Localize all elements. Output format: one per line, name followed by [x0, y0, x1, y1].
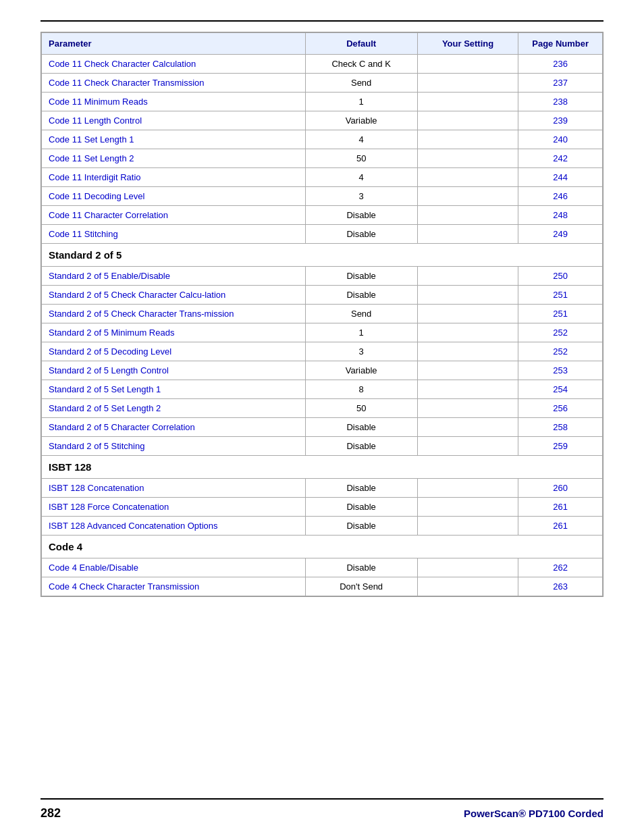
page-cell[interactable]: 236 — [518, 55, 603, 74]
param-cell[interactable]: Code 11 Length Control — [42, 111, 306, 130]
page-link[interactable]: 244 — [553, 172, 568, 182]
page-cell[interactable]: 260 — [518, 479, 603, 498]
param-link[interactable]: Code 11 Minimum Reads — [49, 97, 148, 107]
page-cell[interactable]: 261 — [518, 517, 603, 536]
param-cell[interactable]: Standard 2 of 5 Character Correlation — [42, 418, 306, 437]
page-cell[interactable]: 259 — [518, 437, 603, 456]
param-link[interactable]: Standard 2 of 5 Enable/Disable — [49, 271, 170, 281]
page-cell[interactable]: 258 — [518, 418, 603, 437]
param-link[interactable]: Code 4 Check Character Transmission — [49, 581, 199, 592]
param-link[interactable]: ISBT 128 Advanced Concatenation Options — [49, 521, 218, 531]
param-link[interactable]: ISBT 128 Concatenation — [49, 483, 144, 493]
param-cell[interactable]: Standard 2 of 5 Check Character Trans-mi… — [42, 305, 306, 323]
page-link[interactable]: 259 — [553, 441, 568, 451]
param-link[interactable]: Standard 2 of 5 Decoding Level — [49, 346, 171, 357]
param-cell[interactable]: Standard 2 of 5 Minimum Reads — [42, 323, 306, 342]
param-link[interactable]: Code 11 Character Correlation — [49, 210, 168, 220]
page-cell[interactable]: 252 — [518, 342, 603, 361]
param-cell[interactable]: Code 11 Interdigit Ratio — [42, 168, 306, 187]
page-link[interactable]: 237 — [553, 78, 568, 88]
page-cell[interactable]: 237 — [518, 74, 603, 93]
param-link[interactable]: Standard 2 of 5 Minimum Reads — [49, 328, 174, 338]
param-cell[interactable]: Code 4 Enable/Disable — [42, 558, 306, 577]
page-link[interactable]: 261 — [553, 502, 568, 512]
param-link[interactable]: Standard 2 of 5 Check Character Trans-mi… — [49, 309, 234, 319]
param-cell[interactable]: Standard 2 of 5 Set Length 2 — [42, 399, 306, 418]
param-link[interactable]: Standard 2 of 5 Set Length 2 — [49, 403, 161, 413]
param-cell[interactable]: Standard 2 of 5 Decoding Level — [42, 342, 306, 361]
param-cell[interactable]: Code 11 Character Correlation — [42, 206, 306, 225]
page-link[interactable]: 260 — [553, 483, 568, 493]
page-link[interactable]: 239 — [553, 115, 568, 126]
param-link[interactable]: Code 11 Set Length 2 — [49, 153, 134, 163]
page-cell[interactable]: 246 — [518, 187, 603, 206]
page-cell[interactable]: 239 — [518, 111, 603, 130]
param-cell[interactable]: Standard 2 of 5 Enable/Disable — [42, 267, 306, 286]
page-link[interactable]: 252 — [553, 346, 568, 357]
page-link[interactable]: 263 — [553, 581, 568, 592]
param-link[interactable]: Code 11 Interdigit Ratio — [49, 172, 141, 182]
param-cell[interactable]: Code 11 Set Length 1 — [42, 130, 306, 149]
page-link[interactable]: 253 — [553, 365, 568, 375]
page-link[interactable]: 251 — [553, 309, 568, 319]
param-link[interactable]: Standard 2 of 5 Stitching — [49, 441, 144, 451]
page-link[interactable]: 246 — [553, 191, 568, 201]
param-link[interactable]: Code 11 Check Character Transmission — [49, 78, 205, 88]
page-link[interactable]: 248 — [553, 210, 568, 220]
param-link[interactable]: Standard 2 of 5 Check Character Calcu-la… — [49, 290, 225, 300]
param-cell[interactable]: ISBT 128 Advanced Concatenation Options — [42, 517, 306, 536]
param-cell[interactable]: Code 11 Minimum Reads — [42, 93, 306, 111]
page-link[interactable]: 252 — [553, 328, 568, 338]
page-cell[interactable]: 251 — [518, 305, 603, 323]
page-link[interactable]: 251 — [553, 290, 568, 300]
page-link[interactable]: 261 — [553, 521, 568, 531]
param-link[interactable]: Code 11 Length Control — [49, 115, 142, 126]
page-link[interactable]: 242 — [553, 153, 568, 163]
param-link[interactable]: Code 11 Set Length 1 — [49, 134, 134, 145]
page-cell[interactable]: 240 — [518, 130, 603, 149]
param-cell[interactable]: Code 4 Check Character Transmission — [42, 577, 306, 596]
param-link[interactable]: Standard 2 of 5 Set Length 1 — [49, 384, 161, 394]
page-link[interactable]: 238 — [553, 97, 568, 107]
param-link[interactable]: ISBT 128 Force Concatenation — [49, 502, 169, 512]
param-link[interactable]: Standard 2 of 5 Length Control — [49, 365, 169, 375]
page-cell[interactable]: 249 — [518, 225, 603, 244]
param-cell[interactable]: Code 11 Decoding Level — [42, 187, 306, 206]
param-cell[interactable]: Standard 2 of 5 Length Control — [42, 361, 306, 380]
param-link[interactable]: Code 11 Stitching — [49, 229, 118, 239]
page-cell[interactable]: 244 — [518, 168, 603, 187]
param-link[interactable]: Code 11 Decoding Level — [49, 191, 144, 201]
param-link[interactable]: Code 11 Check Character Calculation — [49, 59, 196, 69]
param-cell[interactable]: Code 11 Check Character Calculation — [42, 55, 306, 74]
page-link[interactable]: 249 — [553, 229, 568, 239]
page-link[interactable]: 262 — [553, 563, 568, 573]
page-cell[interactable]: 254 — [518, 380, 603, 399]
param-cell[interactable]: Code 11 Stitching — [42, 225, 306, 244]
page-link[interactable]: 256 — [553, 403, 568, 413]
page-link[interactable]: 236 — [553, 59, 568, 69]
page-link[interactable]: 254 — [553, 384, 568, 394]
param-cell[interactable]: Code 11 Check Character Transmission — [42, 74, 306, 93]
page-cell[interactable]: 242 — [518, 149, 603, 168]
param-cell[interactable]: Code 11 Set Length 2 — [42, 149, 306, 168]
page-cell[interactable]: 256 — [518, 399, 603, 418]
page-cell[interactable]: 261 — [518, 498, 603, 517]
param-link[interactable]: Standard 2 of 5 Character Correlation — [49, 422, 195, 432]
param-cell[interactable]: Standard 2 of 5 Set Length 1 — [42, 380, 306, 399]
page-link[interactable]: 250 — [553, 271, 568, 281]
param-link[interactable]: Code 4 Enable/Disable — [49, 563, 138, 573]
param-cell[interactable]: Standard 2 of 5 Stitching — [42, 437, 306, 456]
param-cell[interactable]: Standard 2 of 5 Check Character Calcu-la… — [42, 286, 306, 305]
param-cell[interactable]: ISBT 128 Concatenation — [42, 479, 306, 498]
page-cell[interactable]: 250 — [518, 267, 603, 286]
page-cell[interactable]: 262 — [518, 558, 603, 577]
page-cell[interactable]: 263 — [518, 577, 603, 596]
page-cell[interactable]: 251 — [518, 286, 603, 305]
param-cell[interactable]: ISBT 128 Force Concatenation — [42, 498, 306, 517]
page-cell[interactable]: 252 — [518, 323, 603, 342]
page-cell[interactable]: 253 — [518, 361, 603, 380]
page-link[interactable]: 240 — [553, 134, 568, 145]
page-link[interactable]: 258 — [553, 422, 568, 432]
page-cell[interactable]: 238 — [518, 93, 603, 111]
page-cell[interactable]: 248 — [518, 206, 603, 225]
